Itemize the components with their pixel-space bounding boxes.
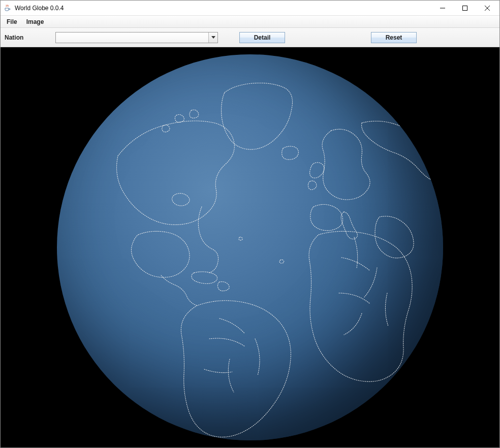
close-button[interactable] [476, 1, 498, 15]
menu-image[interactable]: Image [22, 17, 48, 27]
svg-rect-0 [463, 6, 467, 10]
menubar: File Image [1, 16, 499, 28]
java-cup-icon [4, 4, 12, 12]
coastlines-icon [57, 54, 443, 440]
menu-file[interactable]: File [3, 17, 21, 27]
toolbar: Nation Detail Reset [1, 28, 499, 47]
reset-button[interactable]: Reset [371, 32, 417, 43]
globe-viewport[interactable] [1, 47, 499, 447]
chevron-down-icon [208, 33, 217, 43]
window-title: World Globe 0.0.4 [15, 5, 64, 12]
maximize-button[interactable] [454, 1, 476, 15]
detail-button-label: Detail [254, 34, 271, 41]
nation-combobox-value [56, 34, 208, 41]
nation-combobox[interactable] [55, 32, 218, 43]
minimize-button[interactable] [431, 1, 454, 15]
globe-sphere [57, 54, 443, 440]
nation-label: Nation [4, 34, 49, 41]
titlebar: World Globe 0.0.4 [1, 1, 499, 16]
detail-button[interactable]: Detail [239, 32, 285, 43]
reset-button-label: Reset [386, 34, 402, 41]
